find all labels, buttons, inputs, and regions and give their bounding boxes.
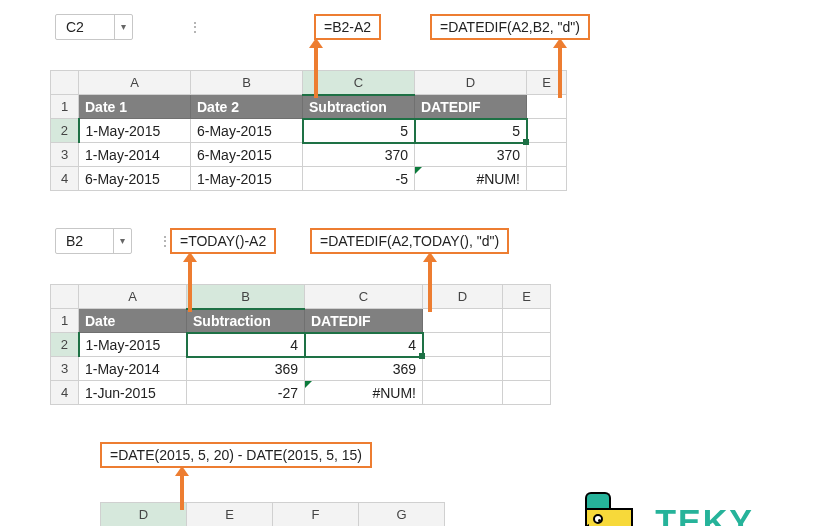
- formula-text: =DATEDIF(A2,B2, "d"): [440, 19, 580, 35]
- cell[interactable]: [527, 119, 567, 143]
- cell[interactable]: 1-May-2014: [79, 357, 187, 381]
- cell[interactable]: 1-May-2014: [79, 143, 191, 167]
- table-header[interactable]: Date 2: [191, 95, 303, 119]
- col-header-c[interactable]: C: [305, 285, 423, 309]
- cell[interactable]: 4: [305, 333, 423, 357]
- cell[interactable]: -5: [303, 167, 415, 191]
- formula-text: =DATEDIF(A2,TODAY(), "d"): [320, 233, 499, 249]
- row-header[interactable]: 3: [51, 143, 79, 167]
- row-header[interactable]: 3: [51, 357, 79, 381]
- col-header-f[interactable]: F: [273, 503, 359, 527]
- formula-text: =B2-A2: [324, 19, 371, 35]
- cell[interactable]: [503, 381, 551, 405]
- col-header-a[interactable]: A: [79, 71, 191, 95]
- select-all-corner[interactable]: [51, 71, 79, 95]
- cell[interactable]: [527, 95, 567, 119]
- table-header[interactable]: Subtraction: [187, 309, 305, 333]
- table-header[interactable]: Date: [79, 309, 187, 333]
- formula-callout-c: =B2-A2: [314, 14, 381, 40]
- table-header[interactable]: Date 1: [79, 95, 191, 119]
- col-header-d[interactable]: D: [423, 285, 503, 309]
- row-header[interactable]: 2: [51, 119, 79, 143]
- name-box-value: C2: [56, 15, 114, 39]
- cell[interactable]: 1-Jun-2015: [79, 381, 187, 405]
- col-header-d[interactable]: D: [101, 503, 187, 527]
- formula-text: =TODAY()-A2: [180, 233, 266, 249]
- spreadsheet-grid-1[interactable]: A B C D E 1 Date 1 Date 2 Subtraction DA…: [50, 70, 567, 191]
- cell[interactable]: 1-May-2015: [79, 333, 187, 357]
- cell[interactable]: [527, 167, 567, 191]
- cell[interactable]: [527, 143, 567, 167]
- col-header-e[interactable]: E: [503, 285, 551, 309]
- table-header[interactable]: Subtraction: [303, 95, 415, 119]
- formula-callout-c: =DATEDIF(A2,TODAY(), "d"): [310, 228, 509, 254]
- cell[interactable]: [423, 357, 503, 381]
- cell[interactable]: 370: [303, 143, 415, 167]
- formula-callout-b: =TODAY()-A2: [170, 228, 276, 254]
- col-header-b[interactable]: B: [187, 285, 305, 309]
- example-1: C2 ▾ ⋮ =B2-A2 =DATEDIF(A2,B2, "d") A B C…: [60, 14, 784, 204]
- cell[interactable]: [503, 333, 551, 357]
- cell[interactable]: 1-May-2015: [79, 119, 191, 143]
- cell-error[interactable]: #NUM!: [305, 381, 423, 405]
- cell[interactable]: [503, 309, 551, 333]
- row-header[interactable]: 1: [51, 309, 79, 333]
- cell[interactable]: 6-May-2015: [79, 167, 191, 191]
- cell[interactable]: 6-May-2015: [191, 143, 303, 167]
- cell-error[interactable]: #NUM!: [415, 167, 527, 191]
- col-header-a[interactable]: A: [79, 285, 187, 309]
- active-cell[interactable]: 5: [303, 119, 415, 143]
- row-header[interactable]: 1: [51, 95, 79, 119]
- brand-logo: TEKY Young can do IT: [577, 490, 754, 526]
- cell[interactable]: [423, 309, 503, 333]
- name-box[interactable]: B2 ▾: [55, 228, 132, 254]
- select-all-corner[interactable]: [51, 285, 79, 309]
- chevron-down-icon[interactable]: ▾: [113, 229, 131, 253]
- cell[interactable]: -27: [187, 381, 305, 405]
- cell[interactable]: 369: [305, 357, 423, 381]
- cell[interactable]: 370: [415, 143, 527, 167]
- col-header-c[interactable]: C: [303, 71, 415, 95]
- spreadsheet-grid-2[interactable]: A B C D E 1 Date Subtraction DATEDIF 2 1…: [50, 284, 551, 405]
- row-header[interactable]: 4: [51, 167, 79, 191]
- cell[interactable]: [503, 357, 551, 381]
- table-header[interactable]: DATEDIF: [305, 309, 423, 333]
- cell[interactable]: [423, 333, 503, 357]
- bird-icon: [577, 490, 645, 526]
- example-3: =DATE(2015, 5, 20) - DATE(2015, 5, 15) D…: [60, 442, 784, 526]
- row-header[interactable]: 4: [51, 381, 79, 405]
- example-2: B2 ▾ ⋮ =TODAY()-A2 =DATEDIF(A2,TODAY(), …: [60, 228, 784, 418]
- cell[interactable]: [423, 381, 503, 405]
- col-header-e[interactable]: E: [187, 503, 273, 527]
- cell[interactable]: 1-May-2015: [191, 167, 303, 191]
- name-box[interactable]: C2 ▾: [55, 14, 133, 40]
- col-header-d[interactable]: D: [415, 71, 527, 95]
- table-header[interactable]: DATEDIF: [415, 95, 527, 119]
- row-header[interactable]: 2: [51, 333, 79, 357]
- cell[interactable]: 5: [415, 119, 527, 143]
- cell[interactable]: 6-May-2015: [191, 119, 303, 143]
- brand-name: TEKY: [655, 506, 754, 526]
- cell[interactable]: 369: [187, 357, 305, 381]
- chevron-down-icon[interactable]: ▾: [114, 15, 132, 39]
- formula-callout-d: =DATEDIF(A2,B2, "d"): [430, 14, 590, 40]
- formula-callout-date: =DATE(2015, 5, 20) - DATE(2015, 5, 15): [100, 442, 372, 468]
- name-box-value: B2: [56, 229, 113, 253]
- spreadsheet-grid-3[interactable]: D E F G 5: [100, 502, 445, 526]
- formula-text: =DATE(2015, 5, 20) - DATE(2015, 5, 15): [110, 447, 362, 463]
- ellipsis-icon: ⋮: [188, 14, 204, 40]
- active-cell[interactable]: 4: [187, 333, 305, 357]
- col-header-g[interactable]: G: [359, 503, 445, 527]
- col-header-b[interactable]: B: [191, 71, 303, 95]
